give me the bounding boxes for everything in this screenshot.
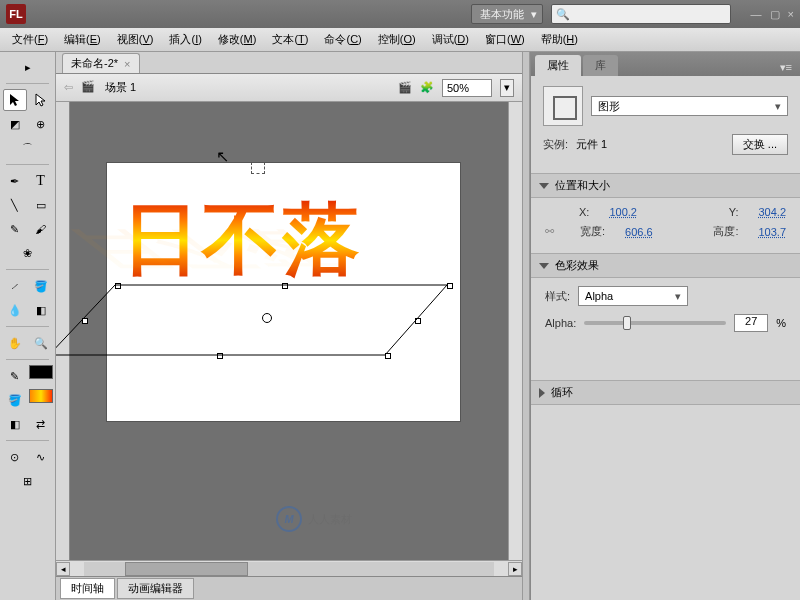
paint-bucket-tool[interactable]: 🪣: [29, 275, 53, 297]
lock-aspect-icon[interactable]: ⚯: [545, 225, 554, 238]
menu-d[interactable]: 调试(D): [424, 29, 477, 50]
menu-w[interactable]: 窗口(W): [477, 29, 533, 50]
zoom-tool[interactable]: 🔍: [29, 332, 53, 354]
panel-collapse-strip[interactable]: [522, 52, 530, 600]
x-value[interactable]: 100.2: [609, 206, 637, 218]
menu-bar: 文件(F)编辑(E)视图(V)插入(I)修改(M)文本(T)命令(C)控制(O)…: [0, 28, 800, 52]
edit-symbols-icon[interactable]: 🧩: [420, 81, 434, 94]
tab-properties[interactable]: 属性: [535, 55, 581, 76]
option-tool[interactable]: ⊞: [16, 470, 40, 492]
selection-handle[interactable]: [115, 283, 121, 289]
horizontal-scrollbar[interactable]: ◂ ▸: [56, 560, 522, 576]
menu-i[interactable]: 插入(I): [161, 29, 209, 50]
hand-tool[interactable]: ✋: [3, 332, 27, 354]
pencil-tool[interactable]: ✎: [3, 218, 27, 240]
selection-handle[interactable]: [217, 353, 223, 359]
bone-tool[interactable]: ⟋: [3, 275, 27, 297]
back-icon[interactable]: ⇦: [64, 81, 73, 94]
scroll-right-icon[interactable]: ▸: [508, 562, 522, 576]
alpha-slider[interactable]: [584, 321, 726, 325]
menu-e[interactable]: 编辑(E): [56, 29, 109, 50]
selection-tool[interactable]: [3, 89, 27, 111]
eraser-tool[interactable]: ◧: [29, 299, 53, 321]
canvas[interactable]: 日不落 日不落 ↖ M 人人素材: [56, 102, 522, 560]
maximize-button[interactable]: ▢: [770, 8, 780, 21]
lasso-tool[interactable]: ⌒: [16, 137, 40, 159]
deco-tool[interactable]: ❀: [16, 242, 40, 264]
symbol-type-select[interactable]: 图形: [591, 96, 788, 116]
height-label: 高度:: [713, 224, 738, 239]
text-tool[interactable]: T: [29, 170, 53, 192]
menu-c[interactable]: 命令(C): [316, 29, 369, 50]
svg-marker-0: [56, 285, 447, 355]
tab-timeline[interactable]: 时间轴: [60, 578, 115, 599]
search-input[interactable]: 🔍: [551, 4, 731, 24]
instance-label: 实例:: [543, 137, 568, 152]
y-value[interactable]: 304.2: [758, 206, 786, 218]
collapse-icon[interactable]: ▸: [16, 56, 40, 78]
document-tab[interactable]: 未命名-2* ×: [62, 53, 140, 73]
minimize-button[interactable]: —: [751, 8, 762, 21]
transform-center[interactable]: [262, 313, 272, 323]
menu-f[interactable]: 文件(F): [4, 29, 56, 50]
disclosure-icon: [539, 183, 549, 189]
selection-handle[interactable]: [415, 318, 421, 324]
scroll-left-icon[interactable]: ◂: [56, 562, 70, 576]
cursor-icon: ↖: [216, 147, 229, 166]
close-tab-icon[interactable]: ×: [124, 58, 130, 70]
height-value[interactable]: 103.7: [758, 226, 786, 238]
width-value[interactable]: 606.6: [625, 226, 653, 238]
eyedropper-tool[interactable]: 💧: [3, 299, 27, 321]
scene-icon: 🎬: [81, 80, 97, 96]
menu-o[interactable]: 控制(O): [370, 29, 424, 50]
scene-name: 场景 1: [105, 80, 136, 95]
zoom-dropdown[interactable]: ▾: [500, 79, 514, 97]
line-tool[interactable]: ╲: [3, 194, 27, 216]
vertical-scrollbar[interactable]: [508, 102, 522, 560]
style-select[interactable]: Alpha: [578, 286, 688, 306]
stroke-color-icon[interactable]: ✎: [3, 365, 27, 387]
black-white-tool[interactable]: ◧: [3, 413, 27, 435]
slider-thumb[interactable]: [623, 316, 631, 330]
menu-v[interactable]: 视图(V): [109, 29, 162, 50]
menu-h[interactable]: 帮助(H): [533, 29, 586, 50]
alpha-label: Alpha:: [545, 317, 576, 329]
brush-tool[interactable]: 🖌: [29, 218, 53, 240]
swap-colors-tool[interactable]: ⇄: [29, 413, 53, 435]
subselection-tool[interactable]: [29, 89, 53, 111]
panel-menu-icon[interactable]: ▾≡: [776, 59, 796, 76]
stroke-color-swatch[interactable]: [29, 365, 53, 379]
panel-tabs: 属性 库 ▾≡: [531, 52, 800, 76]
free-transform-tool[interactable]: ◩: [3, 113, 27, 135]
scroll-thumb[interactable]: [125, 562, 248, 576]
snap-tool[interactable]: ⊙: [3, 446, 27, 468]
edit-scene-icon[interactable]: 🎬: [398, 81, 412, 94]
workspace-label: 基本功能: [480, 7, 524, 22]
fill-color-icon[interactable]: 🪣: [3, 389, 27, 411]
alpha-input[interactable]: 27: [734, 314, 768, 332]
fill-color-swatch[interactable]: [29, 389, 53, 403]
rectangle-tool[interactable]: ▭: [29, 194, 53, 216]
zoom-input[interactable]: 50%: [442, 79, 492, 97]
selection-handle[interactable]: [447, 283, 453, 289]
section-loop[interactable]: 循环: [531, 380, 800, 405]
menu-t[interactable]: 文本(T): [264, 29, 316, 50]
section-position-size[interactable]: 位置和大小: [531, 173, 800, 198]
pen-tool[interactable]: ✒: [3, 170, 27, 192]
3d-rotation-tool[interactable]: ⊕: [29, 113, 53, 135]
swap-button[interactable]: 交换 ...: [732, 134, 788, 155]
smooth-tool[interactable]: ∿: [29, 446, 53, 468]
properties-panel: 属性 库 ▾≡ 图形 实例: 元件 1 交换 ... 位置和大小 X:: [530, 52, 800, 600]
workspace-switcher[interactable]: 基本功能: [471, 4, 543, 24]
menu-m[interactable]: 修改(M): [210, 29, 265, 50]
selection-handle[interactable]: [82, 318, 88, 324]
close-button[interactable]: ×: [788, 8, 794, 21]
watermark: M 人人素材: [276, 506, 352, 532]
section-color-effect[interactable]: 色彩效果: [531, 253, 800, 278]
stage[interactable]: 日不落 日不落: [106, 162, 461, 422]
selection-handle[interactable]: [282, 283, 288, 289]
tab-library[interactable]: 库: [583, 55, 618, 76]
ruler-vertical: [56, 102, 70, 560]
tab-motion-editor[interactable]: 动画编辑器: [117, 578, 194, 599]
selection-handle[interactable]: [385, 353, 391, 359]
